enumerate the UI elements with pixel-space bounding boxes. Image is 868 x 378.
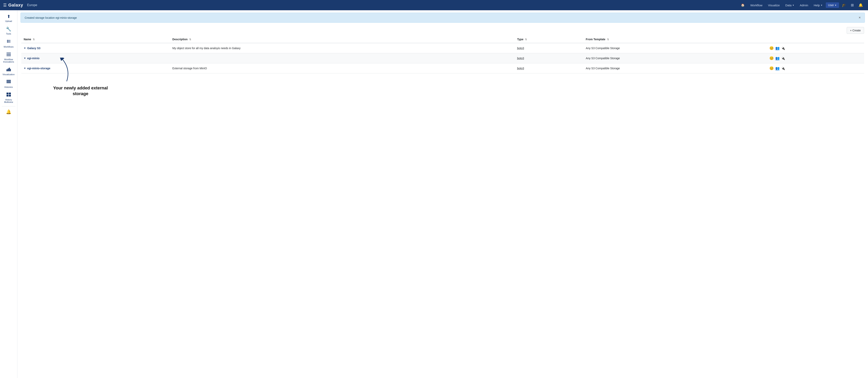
sidebar-visualization-label: Visualization [3,73,15,76]
sidebar-histories-label: Histories [4,86,13,88]
row-type-cell: boto3 [515,53,584,63]
main-content: Created storage location egi-minio-stora… [18,10,868,378]
sidebar-item-workflow-invocations[interactable]: Workflow Invocations [0,50,17,65]
users-icon[interactable]: 👥 [775,46,780,50]
svg-rect-14 [6,81,11,82]
table-body: ▼ Galaxy S3 My object store for all my d… [21,43,864,74]
sidebar-item-bell[interactable]: 🔔 [0,107,17,116]
bell-icon: 🔔 [6,109,11,115]
row-description-cell: My object store for all my data analsyis… [170,43,515,53]
row-name-cell: ▼ egi-minio-storage [21,63,170,74]
sidebar-item-history-multiview[interactable]: History Multiview [0,91,17,105]
brand: ☰ Galaxy [3,3,23,8]
histories-icon [6,80,11,85]
users-icon[interactable]: 👥 [775,66,780,70]
smiley-icon[interactable]: 😊 [769,56,774,60]
svg-rect-8 [6,55,11,56]
table-row: ▼ Galaxy S3 My object store for all my d… [21,43,864,53]
sidebar-item-workflows[interactable]: Workflows [0,37,17,50]
row-type-value: boto3 [517,67,524,70]
nav-admin[interactable]: Admin [797,2,811,8]
svg-rect-7 [6,54,11,55]
sidebar-divider [2,106,16,107]
create-button[interactable]: + Create [847,27,864,34]
row-type-cell: boto3 [515,63,584,74]
nav-visualize[interactable]: Visualize [766,2,782,8]
plug-icon[interactable]: 🔌 [781,66,785,70]
alert-banner: Created storage location egi-minio-stora… [21,12,865,23]
table-row: ▼ egi-minio boto3 Any S3 Compatible Stor… [21,53,864,63]
sidebar-item-upload[interactable]: ⬆ Upload [0,12,17,24]
row-template-cell: Any S3 Compatible Storage [583,63,767,74]
visualization-icon [6,67,11,72]
row-chevron-icon[interactable]: ▼ [24,67,26,70]
nav-apps-icon[interactable]: ⊞ [849,2,856,8]
annotation-text: Your newly added external storage [53,85,108,96]
sidebar-tools-label: Tools [6,33,11,35]
brand-name: Galaxy [8,3,23,8]
users-icon[interactable]: 👥 [775,56,780,60]
row-name-label: egi-minio [27,57,39,60]
col-type: Type ⇅ [515,36,584,43]
svg-point-3 [7,40,8,41]
plug-icon[interactable]: 🔌 [781,47,785,50]
tools-icon: 🔧 [6,27,11,32]
row-type-cell: boto3 [515,43,584,53]
svg-rect-19 [9,95,11,96]
row-chevron-icon[interactable]: ▼ [24,57,26,60]
row-chevron-icon[interactable]: ▼ [24,47,26,50]
sort-type-icon[interactable]: ⇅ [525,38,527,41]
nav-workflow[interactable]: Workflow [748,2,765,8]
table-header: Name ⇅ Description ⇅ Type ⇅ From Templ [21,36,864,43]
sort-name-icon[interactable]: ⇅ [33,38,35,41]
region-label: Europe [27,3,37,7]
sidebar-item-visualization[interactable]: Visualization [0,65,17,78]
sidebar-history-multiview-label: History Multiview [4,98,13,103]
workflow-invocations-icon [6,52,11,57]
nav-data[interactable]: Data ▼ [783,2,797,8]
svg-rect-18 [6,95,8,96]
smiley-icon[interactable]: 😊 [769,66,774,70]
user-label: User [828,4,834,7]
sidebar-item-histories[interactable]: Histories [0,78,17,90]
nav-graduate-icon[interactable]: 🎓 [840,2,848,8]
row-name-cell: ▼ egi-minio [21,53,170,63]
svg-rect-11 [9,68,10,71]
svg-point-5 [7,42,8,42]
brand-menu-icon: ☰ [3,3,7,7]
row-description-cell: External storage from MinIO [170,63,515,74]
sidebar-workflow-invocations-label: Workflow Invocations [3,58,14,63]
nav-bell-icon[interactable]: 🔔 [857,2,865,8]
sidebar-workflows-label: Workflows [4,46,13,48]
workflows-icon [6,39,11,45]
user-caret-icon: ▼ [835,4,837,6]
svg-rect-6 [6,53,11,53]
sort-template-icon[interactable]: ⇅ [607,38,609,41]
row-type-value: boto3 [517,47,524,50]
row-template-cell: Any S3 Compatible Storage [583,53,767,63]
row-template-cell: Any S3 Compatible Storage [583,43,767,53]
nav-help[interactable]: Help ▼ [811,2,825,8]
plug-icon[interactable]: 🔌 [781,56,785,60]
sort-description-icon[interactable]: ⇅ [189,38,191,41]
row-description-cell [170,53,515,63]
col-name: Name ⇅ [21,36,170,43]
sidebar-item-tools[interactable]: 🔧 Tools [0,25,17,37]
history-multiview-icon [6,93,11,98]
alert-message: Created storage location egi-minio-stora… [25,16,77,19]
row-actions-cell: 😊 👥 🔌 [767,63,864,74]
svg-rect-9 [6,69,7,71]
row-name-cell: ▼ Galaxy S3 [21,43,170,53]
annotation-arrow-svg [55,58,79,83]
svg-point-4 [7,41,8,42]
svg-rect-17 [9,93,11,94]
nav-home[interactable]: 🏠 [739,2,747,8]
col-actions [767,36,864,43]
nav-user[interactable]: User ▼ [826,2,839,8]
alert-close-button[interactable]: × [859,16,861,20]
svg-rect-15 [6,82,11,83]
smiley-icon[interactable]: 😊 [769,46,774,50]
svg-rect-16 [6,93,8,94]
row-actions-cell: 😊 👥 🔌 [767,53,864,63]
svg-rect-10 [8,68,9,71]
